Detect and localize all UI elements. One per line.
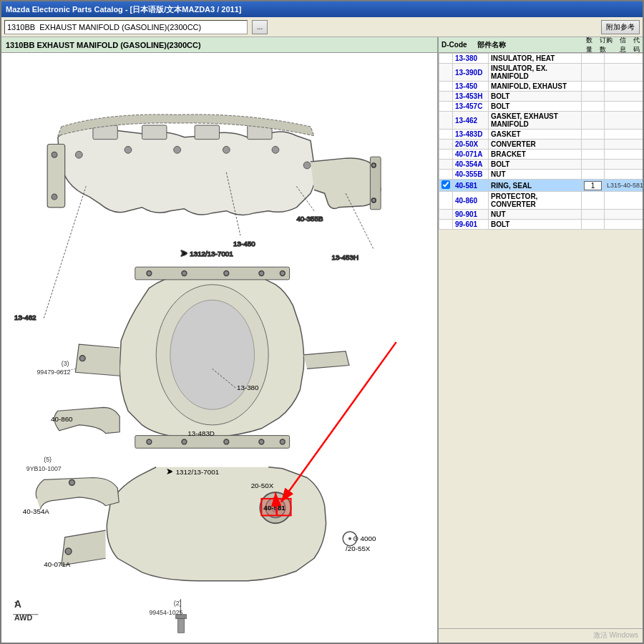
svg-point-7 [174,146,181,153]
row-checkbox[interactable] [439,102,453,112]
row-checkbox[interactable] [439,170,453,180]
svg-point-25 [52,194,57,200]
table-row[interactable]: 13-457CBOLT [439,102,643,112]
svg-text:40-354A: 40-354A [23,507,50,515]
svg-text:(3): (3) [62,360,69,367]
part-search-input[interactable] [4,20,248,34]
svg-text:13-380: 13-380 [237,384,259,391]
row-checkbox[interactable] [439,92,453,102]
info-header: 信息 [620,37,626,54]
svg-text:40-581: 40-581 [263,504,286,512]
part-order [605,170,643,180]
svg-rect-3 [195,125,219,140]
part-name: BOLT [489,160,582,170]
table-row[interactable]: 99-601BOLT [439,220,643,230]
svg-text:40-355B: 40-355B [296,215,323,223]
row-checkbox[interactable] [439,150,453,160]
svg-point-35 [224,439,229,444]
row-checkbox[interactable] [439,130,453,140]
parts-table: 13-380INSULATOR, HEAT13-390DINSULATOR, E… [439,53,643,230]
svg-text:⮞ 1312/13-7001: ⮞ 1312/13-7001 [167,468,219,476]
code-header: 代码 [633,37,640,54]
part-order [605,112,643,130]
svg-text:13-462: 13-462 [14,313,36,321]
diagram-canvas[interactable]: 40-355B 13-450 ⮞ 1312/13-7001 13-453H 13… [1,53,437,643]
row-checkbox[interactable] [439,140,453,150]
table-row[interactable]: 13-380INSULATOR, HEAT [439,54,643,64]
table-row[interactable]: 20-50XCONVERTER [439,140,643,150]
part-name: BOLT [489,220,582,230]
part-order [605,64,643,82]
table-row[interactable]: 13-453HBOLT [439,92,643,102]
table-row[interactable]: 40-355BNUT [439,170,643,180]
svg-point-27 [147,271,152,276]
title-bar: Mazda Electronic Parts Catalog - [日本语版/文… [1,1,643,17]
table-row[interactable]: 40-354ABOLT [439,160,643,170]
part-dcode: 13-450 [453,82,489,92]
row-checkbox[interactable] [439,192,453,210]
part-order: L315-40-581 [605,180,643,192]
part-order [605,140,643,150]
row-checkbox[interactable] [439,54,453,64]
part-dcode: 40-581 [453,180,489,192]
row-checkbox[interactable] [439,180,453,192]
table-row[interactable]: 40-860PROTECTOR, CONVERTER [439,192,643,210]
row-checkbox[interactable] [439,220,453,230]
row-checkbox[interactable] [439,64,453,82]
svg-rect-61 [178,619,185,633]
part-qty [582,160,605,170]
svg-point-6 [125,146,132,153]
table-row[interactable]: 90-901NUT [439,210,643,220]
part-name: RING, SEAL [489,180,582,192]
svg-point-37 [280,439,285,444]
svg-point-24 [52,152,57,157]
svg-text:13-453H: 13-453H [331,253,358,261]
svg-text:13-483D: 13-483D [187,429,215,437]
row-checkbox[interactable] [439,82,453,92]
title-text: Mazda Electronic Parts Catalog - [日本语版/文… [6,4,241,15]
table-row[interactable]: 13-390DINSULATOR, EX. MANIFOLD [439,64,643,82]
svg-rect-32 [135,436,290,449]
table-row[interactable]: 40-581RING, SEALL315-40-581 [439,180,643,192]
part-qty [582,220,605,230]
part-qty [582,112,605,130]
svg-text:13-450: 13-450 [233,240,255,248]
dropdown-btn[interactable]: ... [252,20,268,34]
part-name: GASKET [489,130,582,140]
svg-point-50 [65,548,72,555]
part-name: BOLT [489,102,582,112]
table-row[interactable]: 13-450MANIFOLD, EXHAUST [439,82,643,92]
part-order [605,54,643,64]
part-qty [582,102,605,112]
part-qty [582,130,605,140]
part-dcode: 40-860 [453,192,489,210]
part-order [605,130,643,140]
row-checkbox[interactable] [439,160,453,170]
part-qty [582,170,605,180]
toolbar: ... 附加参考 [1,17,643,37]
part-qty [582,82,605,92]
parts-table-container[interactable]: 13-380INSULATOR, HEAT13-390DINSULATOR, E… [439,53,643,628]
part-qty [582,180,605,192]
table-row[interactable]: 13-462GASKET, EXHAUST MANIFOLD [439,112,643,130]
ref-button[interactable]: 附加参考 [601,20,640,34]
part-name: NUT [489,210,582,220]
part-name: MANIFOLD, EXHAUST [489,82,582,92]
part-qty [582,192,605,210]
row-checkbox[interactable] [439,112,453,130]
table-row[interactable]: 40-071ABRACKET [439,150,643,160]
svg-point-29 [224,271,229,276]
svg-text:99479-0612: 99479-0612 [36,369,70,376]
diagram-title: 1310BB EXHAUST MANIFOLD (GASOLINE)(2300C… [6,41,201,49]
part-dcode: 20-50X [453,140,489,150]
svg-point-5 [75,151,82,158]
part-dcode: 99-601 [453,220,489,230]
svg-text:(5): (5) [44,456,52,463]
panel-title: D-Code [441,41,467,49]
table-row[interactable]: 13-483DGASKET [439,130,643,140]
part-name: NUT [489,170,582,180]
part-name: BRACKET [489,150,582,160]
part-name: PROTECTOR, CONVERTER [489,192,582,210]
qty-input[interactable] [584,181,602,190]
row-checkbox[interactable] [439,210,453,220]
